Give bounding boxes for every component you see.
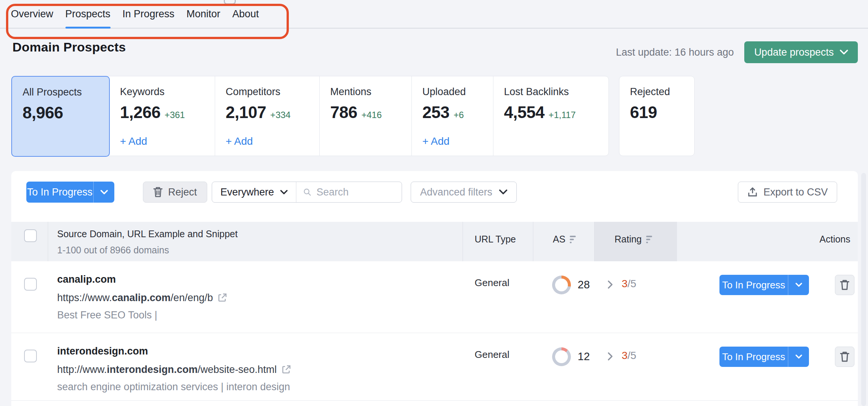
update-prospects-button[interactable]: Update prospects (744, 41, 858, 63)
chevron-right-icon[interactable] (607, 352, 613, 361)
header-right: Last update: 16 hours ago Update prospec… (616, 41, 858, 63)
card-value: 1,266 (120, 103, 161, 122)
cards-group: All Prospects 8,966 Keywords 1,266 +361 … (11, 76, 609, 156)
chevron-down-icon[interactable] (93, 182, 114, 203)
card-value: 253 (422, 103, 449, 122)
card-value: 2,107 (226, 103, 266, 122)
actions-column-header: Actions (819, 234, 850, 245)
tab-about[interactable]: About (232, 0, 259, 28)
tab-in-progress[interactable]: In Progress (123, 0, 175, 28)
url-example: http://www.interondesign.com/website-seo… (57, 363, 291, 376)
card-rejected[interactable]: Rejected 619 (619, 76, 695, 156)
export-to-csv-button[interactable]: Export to CSV (738, 182, 837, 203)
chevron-down-icon (280, 190, 288, 195)
to-in-progress-bulk-button[interactable]: To In Progress (26, 182, 114, 203)
row-checkbox[interactable] (24, 278, 37, 291)
card-delta: +1,117 (549, 110, 576, 120)
tab-monitor[interactable]: Monitor (187, 0, 220, 28)
rating-value[interactable]: 3/5 (622, 278, 636, 290)
to-in-progress-row-button[interactable]: To In Progress (719, 347, 809, 367)
external-link-icon[interactable] (281, 365, 291, 374)
delete-row-button[interactable] (835, 347, 854, 367)
chevron-down-icon[interactable] (788, 275, 809, 295)
rating-value[interactable]: 3/5 (622, 350, 636, 362)
authority-score-value: 28 (578, 279, 590, 291)
card-value: 8,966 (23, 103, 63, 122)
url-type-column-header[interactable]: URL Type (475, 234, 516, 245)
domain-name[interactable]: canalip.com (57, 273, 227, 286)
advanced-filters-button[interactable]: Advanced filters (411, 182, 517, 203)
page-title: Domain Prospects (12, 40, 126, 55)
search-control: Everywhere (212, 182, 402, 203)
snippet-text: search engine optimization services | in… (57, 380, 291, 394)
trash-icon (153, 187, 163, 197)
search-icon (303, 187, 311, 197)
next-row-partial (11, 401, 858, 406)
select-all-checkbox[interactable] (24, 229, 37, 242)
domain-name[interactable]: interondesign.com (57, 344, 291, 358)
url-type-value: General (475, 349, 510, 361)
url-example: https://www.canalip.com/en/eng/b (57, 291, 227, 304)
last-update-text: Last update: 16 hours ago (616, 47, 734, 58)
cut-off-ui-fragment (224, 0, 236, 5)
add-uploaded-link[interactable]: + Add (422, 135, 449, 147)
card-uploaded[interactable]: Uploaded 253 +6 + Add (412, 76, 493, 156)
authority-score-gauge (552, 347, 571, 366)
search-input[interactable] (316, 186, 395, 198)
row-checkbox[interactable] (24, 350, 37, 362)
tab-prospects[interactable]: Prospects (65, 0, 111, 28)
card-lost-backlinks[interactable]: Lost Backlinks 4,554 +1,117 (493, 76, 609, 156)
url-text[interactable]: https://www.canalip.com/en/eng/b (57, 291, 213, 304)
update-prospects-label: Update prospects (754, 47, 834, 58)
card-value: 619 (630, 103, 657, 122)
sort-icon[interactable] (646, 236, 652, 243)
export-label: Export to CSV (763, 186, 828, 198)
vertical-scrollbar[interactable] (861, 173, 866, 406)
chevron-down-icon[interactable] (788, 347, 809, 367)
reject-button[interactable]: Reject (143, 182, 207, 203)
add-keywords-link[interactable]: + Add (120, 135, 147, 147)
card-keywords[interactable]: Keywords 1,266 +361 + Add (109, 76, 215, 156)
external-link-icon[interactable] (217, 293, 227, 303)
table-row: canalip.com https://www.canalip.com/en/e… (11, 261, 858, 333)
sort-icon[interactable] (570, 236, 576, 243)
to-in-progress-label: To In Progress (719, 275, 788, 295)
source-column-count: 1-100 out of 8966 domains (57, 245, 238, 256)
authority-score-value: 12 (578, 350, 590, 363)
add-competitors-link[interactable]: + Add (226, 135, 253, 147)
card-mentions[interactable]: Mentions 786 +416 (320, 76, 412, 156)
card-value: 4,554 (504, 103, 545, 122)
to-in-progress-row-button[interactable]: To In Progress (719, 275, 809, 295)
prospects-panel: To In Progress Reject Everywhere Advance… (11, 171, 858, 406)
advanced-filters-label: Advanced filters (420, 186, 492, 198)
table-header: Source Domain, URL Example and Snippet 1… (11, 222, 858, 261)
trash-icon (840, 280, 850, 290)
prospect-source-cards: All Prospects 8,966 Keywords 1,266 +361 … (11, 76, 695, 156)
delete-row-button[interactable] (835, 275, 854, 295)
as-column-header[interactable]: AS (553, 234, 576, 245)
card-value: 786 (330, 103, 357, 122)
card-label: All Prospects (23, 86, 100, 98)
chevron-down-icon (840, 50, 848, 55)
to-in-progress-label: To In Progress (719, 347, 788, 367)
tab-bar: Overview Prospects In Progress Monitor A… (0, 0, 868, 29)
source-column-title: Source Domain, URL Example and Snippet (57, 229, 238, 239)
card-label: Uploaded (422, 86, 484, 98)
source-domain-column-header: Source Domain, URL Example and Snippet 1… (57, 229, 238, 256)
card-label: Lost Backlinks (504, 86, 599, 98)
search-scope-dropdown[interactable]: Everywhere (212, 182, 296, 202)
card-label: Competitors (226, 86, 310, 98)
authority-score-gauge (552, 276, 571, 294)
card-delta: +334 (270, 110, 291, 120)
card-competitors[interactable]: Competitors 2,107 +334 + Add (215, 76, 320, 156)
tab-overview[interactable]: Overview (11, 0, 53, 28)
card-label: Mentions (330, 86, 402, 98)
chevron-right-icon[interactable] (607, 280, 613, 289)
chevron-down-icon (499, 189, 507, 195)
link-building-tool-screen: Overview Prospects In Progress Monitor A… (0, 0, 868, 406)
url-text[interactable]: http://www.interondesign.com/website-seo… (57, 363, 277, 376)
card-all-prospects[interactable]: All Prospects 8,966 (11, 76, 110, 157)
source-cell: interondesign.com http://www.interondesi… (57, 344, 291, 394)
rating-column-header[interactable]: Rating (615, 234, 652, 245)
search-scope-value: Everywhere (220, 186, 274, 198)
